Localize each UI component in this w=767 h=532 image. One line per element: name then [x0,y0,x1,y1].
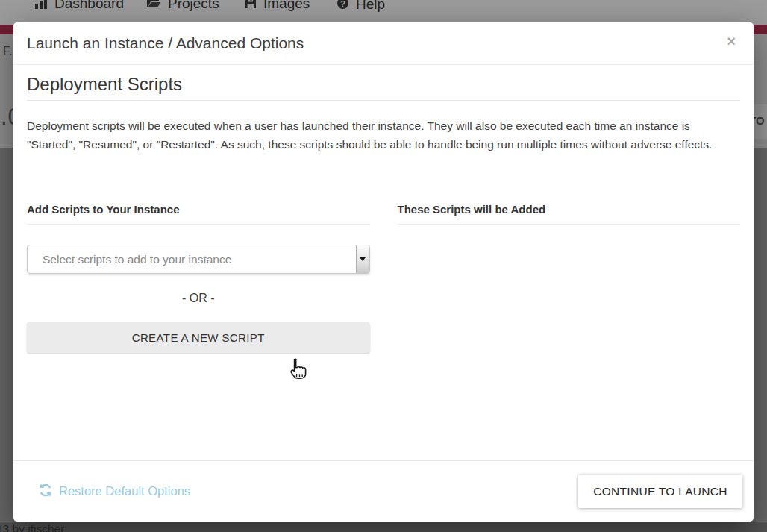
section-heading: Deployment Scripts [27,74,740,101]
floppy-icon [245,0,257,13]
advanced-options-modal: Launch an Instance / Advanced Options × … [13,22,754,522]
or-separator: - OR - [27,292,370,305]
help-circle-icon: ? [336,0,349,13]
background-partial-text: F. [3,45,12,58]
script-select-placeholder: Select scripts to add to your instance [43,253,231,266]
modal-body: Deployment Scripts Deployment scripts wi… [13,74,754,353]
added-scripts-heading: These Scripts will be Added [398,203,741,225]
nav-item-label: Dashboard [54,0,124,12]
nav-item-images[interactable]: Images [245,0,310,13]
nav-item-help[interactable]: ? Help [336,0,385,13]
restore-defaults-label: Restore Default Options [59,484,190,498]
section-description: Deployment scripts will be executed when… [27,116,740,154]
hand-cursor-icon [288,358,309,385]
nav-item-projects[interactable]: Projects [146,0,219,12]
added-scripts-column: These Scripts will be Added [398,203,741,353]
script-select[interactable]: Select scripts to add to your instance [27,245,370,274]
top-navbar: Dashboard Projects Images ? Help [0,0,767,25]
svg-text:?: ? [340,0,345,8]
script-columns: Add Scripts to Your Instance Select scri… [27,203,740,353]
add-scripts-heading: Add Scripts to Your Instance [27,203,370,225]
folder-icon [146,0,161,12]
nav-item-label: Help [356,0,385,13]
create-script-button[interactable]: CREATE A NEW SCRIPT [27,322,370,353]
modal-header: Launch an Instance / Advanced Options × [13,22,754,65]
nav-item-label: Images [263,0,310,12]
nav-item-label: Projects [168,0,219,12]
continue-to-launch-button[interactable]: CONTINUE TO LAUNCH [578,475,742,508]
modal-footer: Restore Default Options CONTINUE TO LAUN… [13,460,754,522]
add-scripts-column: Add Scripts to Your Instance Select scri… [27,203,370,353]
nav-item-dashboard[interactable]: Dashboard [34,0,124,13]
background-author-text: 13 by jfischer [0,522,64,532]
chevron-down-icon [356,245,369,273]
page-bottom-strip [0,522,767,532]
refresh-icon [39,484,52,500]
restore-defaults-link[interactable]: Restore Default Options [39,484,190,500]
modal-title: Launch an Instance / Advanced Options [27,34,304,52]
close-icon[interactable]: × [727,34,736,48]
bar-chart-icon [34,0,48,13]
